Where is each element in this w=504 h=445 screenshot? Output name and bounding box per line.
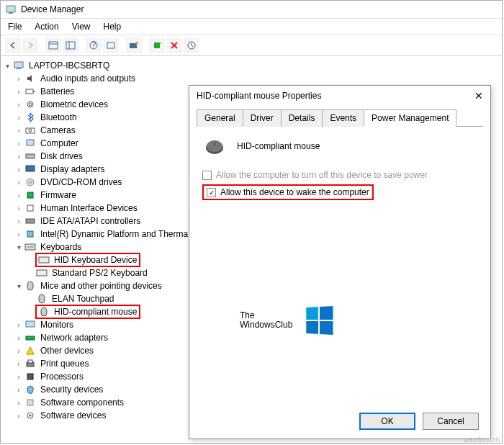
camera-icon <box>24 125 37 136</box>
tb-btn-2[interactable] <box>63 37 78 53</box>
keyboard-icon <box>35 267 48 279</box>
tb-scan-button[interactable] <box>126 37 142 53</box>
checkbox-wake[interactable]: ✓ <box>207 188 216 197</box>
tb-btn-1[interactable] <box>45 37 61 53</box>
bluetooth-icon <box>24 112 37 123</box>
option-power-off: Allow the computer to turn off this devi… <box>202 170 477 180</box>
dialog-footer: OK Cancel <box>359 413 479 430</box>
ok-button[interactable]: OK <box>359 413 415 430</box>
svg-rect-35 <box>39 257 49 263</box>
toolbar-sep <box>40 37 44 53</box>
network-icon <box>24 332 37 343</box>
cat-audio[interactable]: ›Audio inputs and outputs <box>2 72 500 85</box>
titlebar: Device Manager <box>1 1 502 19</box>
component-icon <box>24 397 37 408</box>
svg-rect-15 <box>14 62 23 68</box>
pc-icon <box>24 138 37 149</box>
properties-dialog: HID-compliant mouse Properties ✕ General… <box>189 85 491 439</box>
svg-point-22 <box>29 129 32 132</box>
svg-rect-1 <box>9 12 13 14</box>
device-header: HID-compliant mouse <box>202 137 477 156</box>
svg-point-44 <box>30 415 32 417</box>
ide-icon <box>24 215 37 227</box>
chip-icon <box>24 189 37 201</box>
svg-point-27 <box>30 181 32 184</box>
toolbar-sep <box>80 37 84 53</box>
svg-rect-23 <box>27 140 34 145</box>
svg-rect-11 <box>154 42 160 48</box>
display-icon <box>24 163 37 175</box>
tab-details[interactable]: Details <box>281 109 323 127</box>
svg-rect-38 <box>26 336 35 340</box>
mouse-icon <box>37 306 50 318</box>
svg-rect-37 <box>26 321 35 327</box>
option-wake-label: Allow this device to wake the computer <box>220 187 369 197</box>
svg-rect-16 <box>17 68 21 69</box>
mouse-icon <box>35 293 48 305</box>
chip-icon <box>24 228 37 240</box>
nav-fwd-button[interactable] <box>22 37 38 53</box>
fingerprint-icon <box>24 99 37 110</box>
window-title: Device Manager <box>21 4 84 14</box>
brand-logo: The WindowsClub <box>240 307 333 334</box>
tb-help-button[interactable]: ? <box>86 37 102 53</box>
nav-back-button[interactable] <box>5 37 21 53</box>
tb-uninstall-button[interactable] <box>166 37 182 53</box>
mouse-large-icon <box>202 137 227 156</box>
app-icon <box>5 4 17 15</box>
svg-text:?: ? <box>91 41 96 50</box>
battery-icon <box>24 86 37 97</box>
close-button[interactable]: ✕ <box>474 90 483 102</box>
svg-point-10 <box>135 42 138 45</box>
checkbox-icon <box>202 171 212 180</box>
mouse-icon <box>24 280 37 292</box>
root-node[interactable]: ▾LAPTOP-IBCSBRTQ <box>2 59 500 72</box>
highlight-box: ✓ Allow this device to wake the computer <box>202 184 374 200</box>
computer-icon <box>12 60 25 71</box>
svg-rect-32 <box>25 244 35 250</box>
svg-rect-17 <box>26 89 33 94</box>
menu-view[interactable]: View <box>72 22 91 32</box>
keyboard-icon <box>37 254 50 266</box>
cpu-icon <box>24 371 37 382</box>
menu-file[interactable]: File <box>8 22 22 32</box>
toolbar-sep <box>120 37 125 53</box>
brand-text: The WindowsClub <box>240 311 292 329</box>
windows-logo-icon <box>307 306 333 335</box>
watermark: wsxdn.com <box>464 436 500 444</box>
cancel-button[interactable]: Cancel <box>423 413 479 430</box>
tab-driver[interactable]: Driver <box>243 109 282 127</box>
svg-rect-0 <box>6 6 15 12</box>
menu-help[interactable]: Help <box>104 22 122 32</box>
speaker-icon <box>24 73 37 84</box>
tab-events[interactable]: Events <box>322 109 364 127</box>
tab-power-management[interactable]: Power Management <box>364 109 456 127</box>
tb-enable-button[interactable] <box>149 37 165 53</box>
svg-rect-29 <box>27 205 33 211</box>
brand-line2: WindowsClub <box>240 320 292 330</box>
toolbar: ? <box>1 35 502 56</box>
printer-icon <box>24 358 37 369</box>
software-icon <box>24 410 37 421</box>
keyboard-icon <box>24 241 37 253</box>
tb-update-button[interactable] <box>184 37 199 53</box>
svg-rect-4 <box>66 42 75 49</box>
tb-btn-4[interactable] <box>103 37 119 53</box>
svg-point-20 <box>29 103 32 106</box>
device-name-label: HID-compliant mouse <box>237 141 320 151</box>
svg-rect-28 <box>27 192 33 198</box>
svg-rect-8 <box>107 42 114 48</box>
tab-strip: General Driver Details Events Power Mana… <box>197 109 483 127</box>
menu-action[interactable]: Action <box>35 22 58 32</box>
svg-rect-25 <box>26 166 35 171</box>
toolbar-sep <box>143 37 148 53</box>
disk-icon <box>24 150 37 162</box>
svg-rect-24 <box>26 154 35 158</box>
svg-rect-42 <box>27 400 33 405</box>
dialog-titlebar: HID-compliant mouse Properties ✕ <box>189 86 490 106</box>
warning-icon <box>24 345 37 356</box>
svg-rect-36 <box>37 270 47 276</box>
hid-icon <box>24 202 37 214</box>
svg-rect-40 <box>28 360 32 363</box>
tab-general[interactable]: General <box>197 109 243 127</box>
